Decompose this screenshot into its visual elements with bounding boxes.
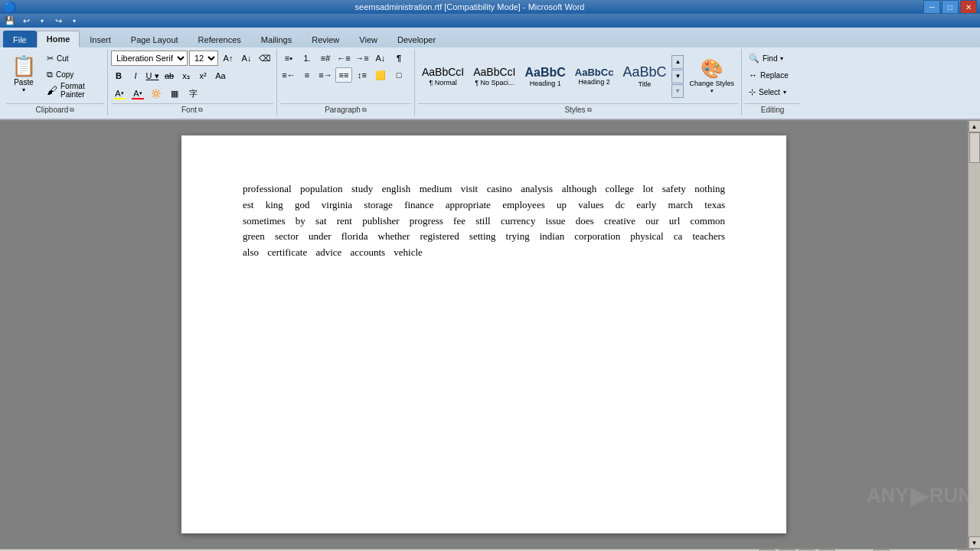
scroll-arrow-up[interactable]: ▲ [969,120,981,132]
tab-page-layout[interactable]: Page Layout [121,31,188,47]
numbering-button[interactable]: 1. [299,51,315,66]
paste-icon: 📋 [11,54,36,78]
decrease-font-size-button[interactable]: A↓ [238,51,255,66]
sort-button[interactable]: A↓ [372,51,389,66]
tab-review[interactable]: Review [302,31,349,47]
tab-file[interactable]: File [3,31,37,47]
font-row-2: B I U ▾ ab x₂ x² Aa [111,68,229,83]
font-row-1: Liberation Serif 12 A↑ A↓ ⌫ [111,51,273,66]
paste-button[interactable]: 📋 Paste ▾ [6,51,41,96]
clipboard-group: 📋 Paste ▾ ✂ Cut ⧉ Copy [3,49,108,116]
style-scroll-up-button[interactable]: ▲ [671,55,684,69]
editing-group-content: 🔍 Find ▾ ↔ Replace ⊹ Select ▾ [745,51,800,102]
font-name-select[interactable]: Liberation Serif [111,51,188,66]
redo-icon[interactable]: ↪ [51,14,65,28]
paragraph-group: ≡• 1. ≡# ←≡ →≡ A↓ ¶ ≡← ≡ ≡→ ≡≡ ↕≡ [277,49,415,116]
cut-button[interactable]: ✂ Cut [43,51,104,66]
scroll-track[interactable] [969,132,980,536]
bold-button[interactable]: B [111,68,126,83]
multilevel-list-button[interactable]: ≡# [317,51,334,66]
format-painter-button[interactable]: 🖌 Format Painter [43,83,104,98]
select-button[interactable]: ⊹ Select ▾ [745,84,800,99]
styles-expand-icon[interactable]: ⧉ [587,106,592,114]
line-spacing-button[interactable]: ↕≡ [354,67,371,83]
clipboard-expand-icon[interactable]: ⧉ [70,106,74,114]
clipboard-group-label: Clipboard ⧉ [6,103,104,114]
subscript-button[interactable]: x₂ [178,68,194,83]
replace-button[interactable]: ↔ Replace [745,67,800,83]
undo-icon[interactable]: ↩ [19,14,33,28]
paragraph-row-2: ≡← ≡ ≡→ ≡≡ ↕≡ 🟨 □ [280,67,407,83]
undo-dropdown-icon[interactable]: ▾ [35,14,49,28]
tab-references[interactable]: References [188,31,251,47]
style-scroll-more-button[interactable]: ▿ [671,84,684,98]
align-right-button[interactable]: ≡→ [317,67,334,83]
italic-button[interactable]: I [128,68,143,83]
title-bar-left: 🔵 [3,1,16,13]
justify-button[interactable]: ≡≡ [335,67,352,83]
tab-insert[interactable]: Insert [80,31,121,47]
text-highlight-button[interactable]: A▾ [111,86,128,101]
font-expand-icon[interactable]: ⧉ [198,106,203,114]
select-icon: ⊹ [749,87,756,97]
style-item-heading1[interactable]: AaBbC Heading 1 [521,55,570,98]
quick-access-dropdown-icon[interactable]: ▾ [67,14,81,28]
tab-view[interactable]: View [349,31,387,47]
scroll-thumb[interactable] [969,132,980,163]
style-label-no-spacing: ¶ No Spaci... [475,79,514,86]
right-scrollbar: ▲ ▼ [968,120,980,549]
borders-button[interactable]: ▦ [166,86,183,101]
copy-button[interactable]: ⧉ Copy [43,67,104,82]
restore-button[interactable]: □ [942,0,959,14]
minimize-button[interactable]: ─ [923,0,940,14]
style-preview-normal: AaBbCcI [422,66,464,79]
change-case-button[interactable]: Aa [212,68,229,83]
style-item-normal[interactable]: AaBbCcI ¶ Normal [418,55,468,98]
change-styles-button[interactable]: 🎨 Change Styles ▾ [685,54,738,99]
decrease-indent-button[interactable]: ←≡ [335,51,352,66]
document-page[interactable]: professional population study english me… [181,135,786,533]
phonetic-guide-button[interactable]: 字 [185,86,201,101]
bullets-button[interactable]: ≡• [280,51,297,66]
quick-access-toolbar: 💾 ↩ ▾ ↪ ▾ [0,14,980,28]
font-color-button[interactable]: A▾ [129,86,146,101]
increase-font-size-button[interactable]: A↑ [220,51,237,66]
tab-home[interactable]: Home [37,31,80,47]
save-icon[interactable]: 💾 [3,14,17,28]
style-scroll-down-button[interactable]: ▼ [671,70,684,83]
paste-dropdown-icon: ▾ [22,86,25,93]
increase-indent-button[interactable]: →≡ [354,51,371,66]
find-button[interactable]: 🔍 Find ▾ [745,51,800,66]
app-container: 🔵 seemsadministration.rtf [Compatibility… [0,0,980,551]
document-text[interactable]: professional population study english me… [243,181,725,261]
font-group-content: Liberation Serif 12 A↑ A↓ ⌫ B I U ▾ ab [111,51,273,102]
shading-para-button[interactable]: 🟨 [372,67,389,83]
shading-button[interactable]: 🔆 [148,86,165,101]
underline-button[interactable]: U ▾ [145,68,160,83]
style-item-heading2[interactable]: AaBbCc Heading 2 [571,55,618,98]
tab-mailings[interactable]: Mailings [251,31,302,47]
style-preview-heading2: AaBbCc [575,67,614,79]
close-button[interactable]: ✕ [960,0,977,14]
show-hide-button[interactable]: ¶ [390,51,407,66]
document-scroll-area[interactable]: professional population study english me… [0,120,968,549]
strikethrough-button[interactable]: ab [162,68,177,83]
borders-para-button[interactable]: □ [390,67,407,83]
style-item-no-spacing[interactable]: AaBbCcI ¶ No Spaci... [469,55,519,98]
document-paragraph: professional population study english me… [243,181,725,261]
paragraph-expand-icon[interactable]: ⧉ [362,106,367,114]
superscript-button[interactable]: x² [195,68,211,83]
ruler [0,119,980,120]
editing-group-label: Editing [745,103,800,114]
replace-icon: ↔ [749,70,757,80]
scroll-arrow-down[interactable]: ▼ [969,536,981,549]
tab-developer[interactable]: Developer [387,31,446,47]
align-center-button[interactable]: ≡ [299,67,315,83]
align-left-button[interactable]: ≡← [280,67,297,83]
change-styles-icon: 🎨 [701,58,724,80]
font-size-select[interactable]: 12 [189,51,218,66]
font-row-3: A▾ A▾ 🔆 ▦ 字 [111,86,201,101]
clear-formatting-button[interactable]: ⌫ [256,51,273,66]
title-bar-controls: ─ □ ✕ [923,0,977,14]
style-item-title[interactable]: AaBbC Title [619,55,670,98]
